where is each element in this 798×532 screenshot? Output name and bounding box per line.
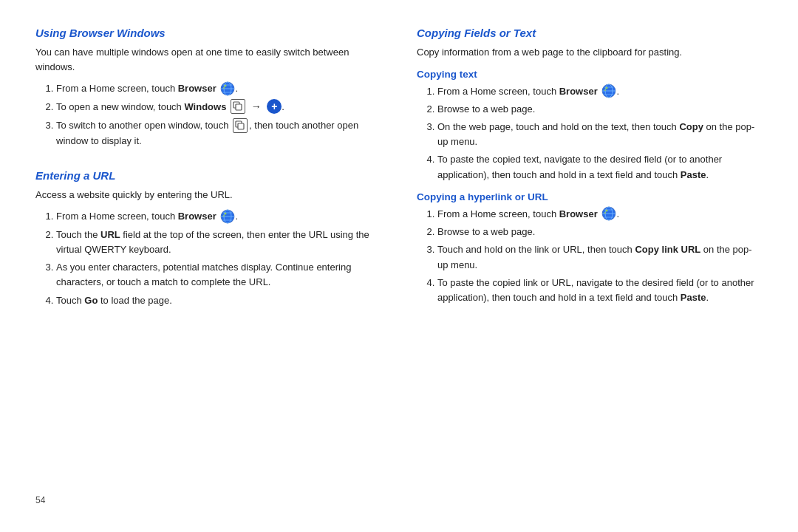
svg-point-5 [225,84,227,86]
browser-globe-icon [220,81,235,96]
browser-globe-icon-2 [220,209,235,224]
browser-label: Browser [178,83,216,94]
list-item: From a Home screen, touch Browser [437,207,763,222]
list-item: To paste the copied text, navigate to th… [437,152,763,182]
list-item: Touch Go to load the page. [56,293,381,308]
browser-windows-intro: You can have multiple windows open at on… [35,45,381,74]
section-using-browser-windows: Using Browser Windows You can have multi… [35,27,381,156]
right-column: Copying Fields or Text Copy information … [417,27,763,488]
svg-point-31 [604,212,606,214]
list-item: From a Home screen, touch Browser [56,209,381,225]
arrow-right-icon: → [251,99,262,115]
columns: Using Browser Windows You can have multi… [35,27,763,488]
entering-url-intro: Access a website quickly by entering the… [35,188,381,202]
list-item: Browse to a web page. [437,225,763,239]
page-number: 54 [35,495,763,505]
copying-text-list: From a Home screen, touch Browser [417,84,763,183]
browser-label-3: Browser [559,86,598,97]
svg-point-30 [606,210,608,212]
section-title-entering-url: Entering a URL [35,169,381,182]
list-item: Browse to a web page. [437,102,763,117]
entering-url-list: From a Home screen, touch Browser [35,209,381,307]
url-label: URL [100,229,120,240]
paste-label-2: Paste [681,292,706,303]
plus-circle-icon: + [267,99,282,114]
svg-rect-10 [238,123,244,129]
list-item: Touch the URL field at the top of the sc… [56,228,381,257]
list-item: From a Home screen, touch Browser [437,84,763,100]
section-title-copying-fields: Copying Fields or Text [417,27,763,39]
sub-title-copying-text: Copying text [417,69,763,80]
windows-label: Windows [184,101,226,112]
list-item: To paste the copied link or URL, navigat… [437,276,763,305]
browser-globe-icon-3 [601,83,616,98]
windows-icon [231,99,245,114]
subsection-copying-url: Copying a hyperlink or URL From a Home s… [417,191,763,305]
svg-point-16 [225,213,227,215]
sub-title-copying-url: Copying a hyperlink or URL [417,191,763,202]
copy-label: Copy [679,121,703,132]
browser-windows-list: From a Home screen, touch Browser [35,81,381,149]
section-copying-fields: Copying Fields or Text Copy information … [417,27,763,313]
switch-window-icon [233,118,248,133]
svg-point-23 [606,87,608,89]
list-item: To switch to another open window, touch … [56,118,381,149]
left-column: Using Browser Windows You can have multi… [35,27,381,488]
copying-url-list: From a Home screen, touch Browser [417,207,763,305]
list-item: Touch and hold on the link or URL, then … [437,242,763,272]
section-title-browser-windows: Using Browser Windows [35,27,381,39]
go-label: Go [84,295,98,306]
section-entering-url: Entering a URL Access a website quickly … [35,169,381,316]
svg-point-17 [223,215,225,216]
copy-link-url-label: Copy link URL [635,244,700,255]
list-item: As you enter characters, potential match… [56,260,381,290]
browser-label-2: Browser [178,211,216,222]
paste-label: Paste [681,169,706,180]
browser-label-4: Browser [559,208,598,219]
subsection-copying-text: Copying text From a Home screen, touch B… [417,69,763,183]
copying-fields-intro: Copy information from a web page to the … [417,45,763,60]
list-item: To open a new window, touch Windows → +. [56,100,381,116]
svg-point-6 [223,87,225,89]
page: Using Browser Windows You can have multi… [0,0,798,532]
browser-globe-icon-4 [601,206,616,221]
list-item: On the web page, touch and hold on the t… [437,120,763,149]
svg-rect-8 [236,104,242,110]
list-item: From a Home screen, touch Browser [56,81,381,97]
svg-point-24 [604,89,606,91]
